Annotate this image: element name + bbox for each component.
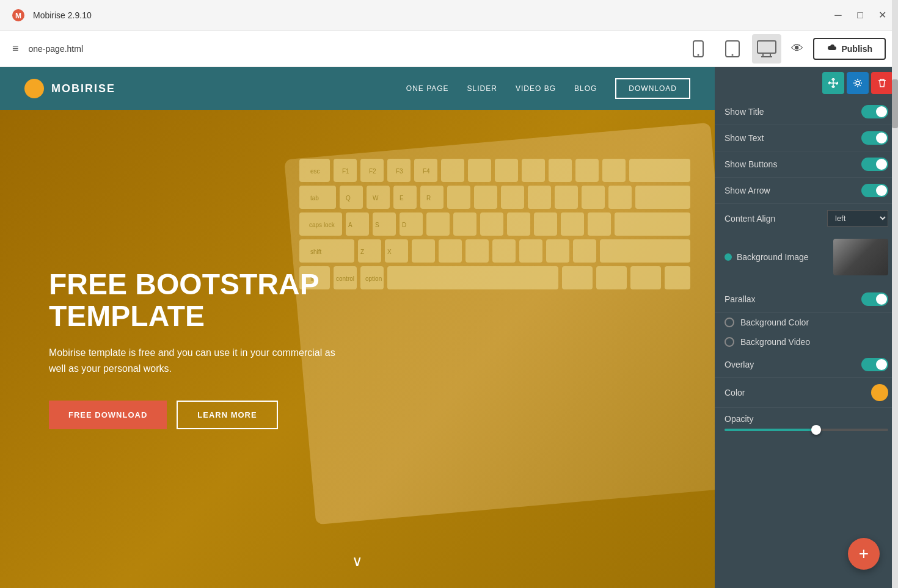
svg-rect-54: [492, 239, 516, 263]
bg-video-row: Background Video: [715, 332, 898, 352]
hero-arrow-button[interactable]: ∨: [352, 553, 363, 570]
show-arrow-label: Show Arrow: [725, 186, 856, 195]
svg-rect-64: [596, 266, 627, 289]
move-icon: [828, 78, 838, 88]
logo-dot: [24, 79, 44, 98]
svg-text:W: W: [373, 195, 379, 201]
add-section-button[interactable]: +: [848, 538, 880, 570]
cloud-icon: [827, 44, 836, 54]
delete-icon: [878, 78, 886, 88]
svg-rect-27: [420, 186, 444, 209]
svg-text:Z: Z: [360, 249, 364, 255]
panel-move-button[interactable]: [822, 72, 844, 94]
panel-toolbar: [715, 67, 898, 99]
restore-button[interactable]: □: [854, 9, 866, 21]
publish-button[interactable]: Publish: [813, 38, 886, 60]
svg-rect-6: [757, 41, 776, 53]
overlay-label: Overlay: [725, 360, 856, 369]
app-title: Mobirise 2.9.10: [33, 10, 826, 20]
svg-text:F3: F3: [396, 168, 403, 175]
show-title-toggle[interactable]: [861, 105, 888, 118]
svg-rect-65: [630, 266, 661, 289]
svg-rect-63: [562, 266, 593, 289]
svg-rect-20: [575, 159, 599, 182]
svg-rect-56: [546, 239, 569, 263]
svg-point-87: [856, 81, 860, 85]
scroll-indicator: [892, 0, 898, 588]
nav-link-one-page[interactable]: ONE PAGE: [406, 84, 449, 93]
free-download-button[interactable]: FREE DOWNLOAD: [49, 401, 167, 429]
hero-section: esc F1 F2 F3 F4 tab Q W E R caps lock A …: [0, 110, 715, 588]
bg-image-label: Background Image: [737, 252, 809, 262]
device-switcher: [684, 34, 781, 64]
svg-rect-44: [534, 212, 557, 236]
svg-rect-30: [501, 186, 524, 209]
svg-rect-43: [507, 212, 530, 236]
nav-link-slider[interactable]: SLIDER: [467, 84, 497, 93]
scroll-thumb[interactable]: [892, 79, 898, 128]
show-buttons-row: Show Buttons: [715, 151, 898, 178]
site-nav-links: ONE PAGE SLIDER VIDEO BG BLOG DOWNLOAD: [406, 78, 690, 99]
mobile-view-button[interactable]: [684, 34, 713, 64]
toolbar: ≡ one-page.html 👁 Publish: [0, 31, 898, 67]
desktop-view-button[interactable]: [752, 34, 781, 64]
svg-point-3: [698, 54, 699, 56]
svg-rect-48: [299, 239, 354, 263]
overlay-toggle[interactable]: [861, 358, 888, 371]
svg-rect-46: [588, 212, 611, 236]
parallax-toggle[interactable]: [861, 292, 888, 306]
svg-text:E: E: [400, 195, 404, 201]
learn-more-button[interactable]: LEARN MORE: [177, 401, 277, 429]
svg-rect-62: [387, 266, 558, 289]
tablet-view-button[interactable]: [718, 34, 747, 64]
content-align-row: Content Align left center right: [715, 204, 898, 233]
show-buttons-toggle[interactable]: [861, 158, 888, 171]
bg-image-thumb-inner: [833, 239, 888, 275]
color-picker-swatch[interactable]: [871, 384, 888, 401]
bg-image-thumbnail[interactable]: [833, 239, 888, 275]
settings-panel: Show Title Show Text Show Buttons Show A…: [715, 67, 898, 588]
svg-rect-16: [468, 159, 491, 182]
svg-rect-26: [393, 186, 417, 209]
bg-color-label: Background Color: [740, 318, 809, 327]
hero-subtitle: Mobirise template is free and you can us…: [49, 345, 354, 376]
bg-image-active-dot: [725, 253, 732, 261]
svg-rect-32: [555, 186, 578, 209]
svg-text:Q: Q: [346, 195, 351, 201]
svg-text:caps lock: caps lock: [309, 222, 335, 228]
bg-video-radio[interactable]: [725, 337, 734, 347]
preview-area: MOBIRISE ONE PAGE SLIDER VIDEO BG BLOG D…: [0, 67, 715, 588]
svg-rect-34: [608, 186, 632, 209]
settings-icon: [853, 78, 863, 88]
svg-text:tab: tab: [310, 195, 319, 201]
svg-rect-31: [528, 186, 551, 209]
svg-text:R: R: [426, 195, 431, 201]
bg-color-radio[interactable]: [725, 318, 734, 327]
nav-link-blog[interactable]: BLOG: [574, 84, 597, 93]
svg-rect-21: [602, 159, 626, 182]
svg-text:esc: esc: [310, 168, 320, 175]
show-text-toggle[interactable]: [861, 131, 888, 145]
opacity-slider-thumb[interactable]: [811, 425, 821, 435]
menu-icon[interactable]: ≡: [12, 42, 19, 55]
show-arrow-toggle[interactable]: [861, 184, 888, 197]
svg-text:F1: F1: [342, 168, 349, 175]
minimize-button[interactable]: ─: [832, 9, 844, 21]
panel-delete-button[interactable]: [871, 72, 893, 94]
show-title-row: Show Title: [715, 99, 898, 125]
opacity-slider-track[interactable]: [725, 429, 888, 431]
show-text-label: Show Text: [725, 133, 856, 143]
opacity-slider-fill: [725, 429, 814, 431]
close-button[interactable]: ✕: [876, 9, 888, 21]
content-align-select[interactable]: left center right: [827, 210, 888, 227]
preview-button[interactable]: 👁: [791, 42, 803, 56]
svg-text:D: D: [402, 222, 406, 228]
panel-settings-button[interactable]: [847, 72, 869, 94]
svg-rect-58: [600, 239, 690, 263]
hero-buttons: FREE DOWNLOAD LEARN MORE: [49, 401, 354, 429]
opacity-label: Opacity: [725, 414, 888, 424]
nav-link-video-bg[interactable]: VIDEO BG: [516, 84, 556, 93]
nav-download-button[interactable]: DOWNLOAD: [615, 78, 690, 99]
svg-rect-41: [453, 212, 476, 236]
parallax-row: Parallax: [715, 286, 898, 313]
